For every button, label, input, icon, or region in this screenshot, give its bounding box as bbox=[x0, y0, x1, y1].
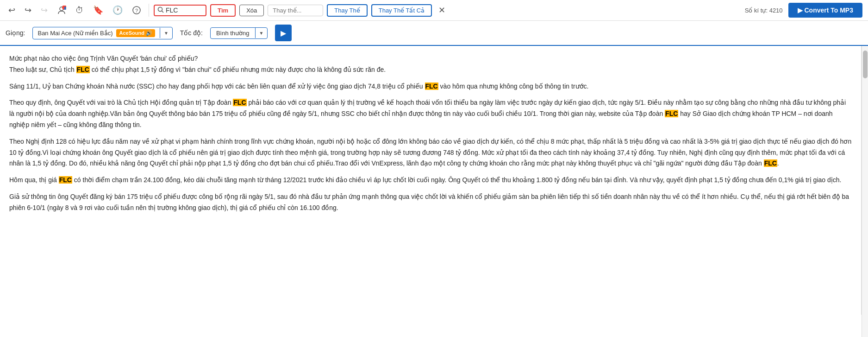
thay-the-tat-ca-button[interactable]: Thay Thế Tất Cả bbox=[371, 4, 432, 17]
timer-button[interactable]: ⏱ bbox=[73, 4, 87, 17]
highlight-flc: FLC bbox=[764, 159, 777, 167]
xoa-button[interactable]: Xóa bbox=[239, 5, 264, 16]
highlight-flc: FLC bbox=[425, 83, 438, 90]
search-box bbox=[154, 5, 206, 16]
paragraph: Mức phạt nào cho việc ông Trịnh Văn Quyế… bbox=[9, 53, 852, 76]
voice-name: Ban Mai Ace (Nữ miền Bắc) bbox=[37, 30, 112, 37]
scrollbar-thumb[interactable] bbox=[863, 51, 868, 78]
chevron-down-icon: ▼ bbox=[164, 31, 169, 36]
giong-label: Giọng: bbox=[6, 29, 25, 37]
toc-do-label: Tốc độ: bbox=[180, 29, 203, 37]
toolbar-right: Số kí tự: 4210 ▶ Convert To MP3 bbox=[745, 3, 862, 18]
redo-button[interactable]: ↪ bbox=[22, 3, 34, 17]
tim-button[interactable]: Tìm bbox=[210, 4, 236, 17]
paragraph: Theo quy định, ông Quyết với vai trò là … bbox=[9, 97, 852, 130]
help-button[interactable]: ? bbox=[129, 4, 144, 17]
voice-select-wrapper[interactable]: Ban Mai Ace (Nữ miền Bắc) AceSound 🔊 ▼ bbox=[32, 27, 172, 39]
svg-point-5 bbox=[158, 7, 162, 11]
paragraph: Hôm qua, thị giá FLC có thời điểm chạm t… bbox=[9, 175, 852, 186]
scrollbar[interactable] bbox=[862, 46, 868, 337]
play-icon: ▶ bbox=[281, 29, 286, 38]
speed-select-wrapper[interactable]: Bình thường ▼ bbox=[210, 27, 268, 39]
highlight-flc: FLC bbox=[59, 176, 72, 184]
char-count: Số kí tự: 4210 bbox=[745, 7, 783, 14]
highlight-flc: FLC bbox=[665, 110, 678, 117]
user-button[interactable]: 👤 bbox=[54, 4, 69, 17]
chevron-down-icon-speed: ▼ bbox=[259, 31, 264, 36]
text-editor[interactable]: Mức phạt nào cho việc ông Trịnh Văn Quyế… bbox=[0, 46, 862, 315]
separator-1 bbox=[149, 4, 149, 17]
search-input[interactable] bbox=[166, 6, 203, 14]
replace-input[interactable] bbox=[268, 5, 323, 16]
play-button[interactable]: ▶ bbox=[275, 25, 292, 41]
toolbar: ↩ ↪ ↪ 👤 ⏱ 🔖 🕐 ? bbox=[0, 0, 868, 21]
ace-badge: AceSound 🔊 bbox=[116, 29, 155, 37]
thay-the-button[interactable]: Thay Thế bbox=[327, 4, 367, 17]
redo2-button[interactable]: ↪ bbox=[38, 3, 50, 17]
svg-text:?: ? bbox=[135, 8, 138, 13]
highlight-flc: FLC bbox=[233, 99, 246, 106]
paragraph: Theo Nghị định 128 có hiệu lực đầu năm n… bbox=[9, 136, 852, 169]
voice-select-inner: Ban Mai Ace (Nữ miền Bắc) AceSound 🔊 bbox=[33, 27, 159, 39]
close-search-button[interactable]: ✕ bbox=[436, 4, 448, 16]
paragraph: Giả sử thông tin ông Quyết đăng ký bán 1… bbox=[9, 191, 852, 214]
paragraph: Sáng 11/1, Uỷ ban Chứng khoán Nhà nước (… bbox=[9, 81, 852, 92]
history-button[interactable]: 🕐 bbox=[110, 3, 125, 17]
voice-bar: Giọng: Ban Mai Ace (Nữ miền Bắc) AceSoun… bbox=[0, 21, 868, 46]
bookmark-button[interactable]: 🔖 bbox=[90, 3, 106, 17]
highlight-flc: FLC bbox=[76, 66, 90, 73]
speed-select-dropdown[interactable]: ▼ bbox=[255, 28, 268, 38]
content-area: Mức phạt nào cho việc ông Trịnh Văn Quyế… bbox=[0, 46, 868, 337]
speed-value: Bình thường bbox=[211, 28, 255, 38]
undo-button[interactable]: ↩ bbox=[6, 3, 18, 17]
search-icon bbox=[157, 6, 164, 14]
svg-text:👤: 👤 bbox=[63, 6, 67, 10]
svg-line-6 bbox=[162, 11, 164, 13]
app-container: ↩ ↪ ↪ 👤 ⏱ 🔖 🕐 ? bbox=[0, 0, 868, 337]
voice-select-dropdown[interactable]: ▼ bbox=[160, 28, 172, 38]
convert-button[interactable]: ▶ Convert To MP3 bbox=[788, 3, 862, 18]
